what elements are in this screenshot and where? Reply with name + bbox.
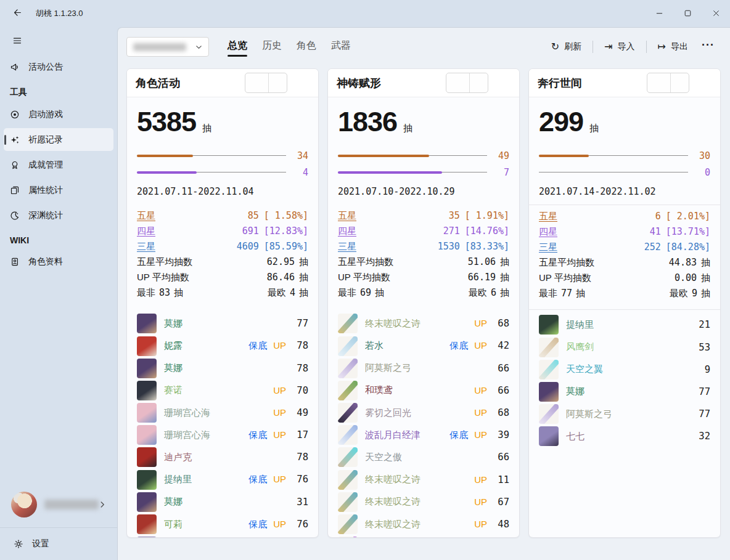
tab-weapon[interactable]: 武器 (331, 36, 351, 58)
more-options-button[interactable]: ··· (695, 38, 721, 57)
tab-active-underline (228, 55, 247, 57)
weapon-art (338, 314, 358, 333)
uid-selector-dropdown[interactable] (126, 37, 209, 57)
item-badges: 9 (694, 364, 710, 375)
gacha-item-row: 终末嗟叹之诗UP68 (338, 312, 509, 335)
total-pulls: 1836 (338, 107, 397, 136)
weapon-art (338, 537, 358, 538)
item-badges: 保底UP78 (248, 340, 308, 352)
pull-count: 66 (493, 385, 509, 396)
sidebar-nav: 活动公告工具启动游戏祈愿记录成就管理属性统计深渊统计WIKI角色资料 (0, 54, 117, 274)
four-star-label[interactable]: 四星 (338, 225, 356, 237)
maximize-button[interactable] (673, 0, 702, 27)
weapon-art (338, 470, 358, 490)
export-button[interactable]: ↦导出 (650, 38, 695, 56)
hamburger-icon (12, 36, 22, 47)
import-button[interactable]: ⇥导入 (597, 38, 642, 56)
item-name: 莫娜 (164, 362, 285, 374)
five-star-percent: [ 1.91%] (465, 210, 509, 221)
tab-overview[interactable]: 总览 (228, 36, 247, 58)
collapse-card-button[interactable] (296, 75, 313, 92)
list-mode-dropdown[interactable] (269, 73, 287, 92)
item-badges: 77 (694, 386, 710, 397)
list-view-button[interactable] (446, 73, 470, 92)
up-badge: UP (273, 429, 286, 440)
best-pull: 最欧9抽 (670, 288, 710, 299)
back-button[interactable] (7, 4, 27, 23)
stat-values: 691[12.83%] (242, 225, 308, 237)
item-badges: 66 (493, 363, 509, 374)
up-badge: UP (273, 340, 286, 351)
gacha-item-row: 波乱月白经津保底UP39 (338, 424, 509, 446)
five-star-label[interactable]: 五星 (338, 210, 356, 222)
sidebar-item-attribute-stats[interactable]: 属性统计 (4, 179, 113, 201)
item-badges: 保底UP76 (248, 474, 308, 485)
sidebar: 活动公告工具启动游戏祈愿记录成就管理属性统计深渊统计WIKI角色资料 设置 (0, 27, 117, 560)
list-mode-dropdown[interactable] (470, 73, 488, 92)
character-thumbnail (137, 425, 157, 445)
list-mode-dropdown[interactable] (671, 73, 689, 92)
worst-pull: 最非69抽 (338, 287, 384, 299)
pulls-unit: 抽 (589, 123, 599, 134)
up-badge: UP (474, 497, 487, 507)
five-star-label[interactable]: 五星 (137, 210, 155, 222)
list-view-button[interactable] (245, 73, 269, 92)
five-star-label[interactable]: 五星 (539, 211, 557, 222)
four-star-label[interactable]: 四星 (137, 225, 155, 237)
pull-count: 17 (292, 429, 308, 440)
sidebar-item-wish-records[interactable]: 祈愿记录 (4, 128, 113, 151)
pull-count: 42 (493, 340, 509, 351)
sidebar-item-abyss-stats[interactable]: 深渊统计 (4, 204, 113, 227)
user-avatar (11, 492, 37, 517)
item-name: 莫娜 (566, 386, 687, 397)
pulls-unit: 抽 (701, 288, 710, 299)
weapon-thumbnail (338, 336, 358, 356)
gacha-item-row: 终末嗟叹之诗UP48 (338, 513, 509, 535)
minimize-icon (656, 9, 663, 18)
weapon-art (338, 447, 358, 467)
stat-values: 35[ 1.91%] (449, 210, 509, 221)
pulls-unit: 抽 (403, 123, 412, 134)
tab-character[interactable]: 角色 (297, 36, 316, 58)
item-name: 雾切之回光 (365, 407, 467, 419)
character-thumbnail (137, 336, 157, 356)
sidebar-item-label: 成就管理 (28, 160, 63, 171)
collapse-card-button[interactable] (698, 75, 715, 92)
three-star-label[interactable]: 三星 (338, 241, 356, 253)
minimize-button[interactable] (645, 0, 673, 27)
tab-history[interactable]: 历史 (262, 36, 282, 58)
four-star-label[interactable]: 四星 (539, 226, 557, 238)
sidebar-section-tools-header: 工具 (0, 79, 117, 102)
item-name: 迪卢克 (164, 452, 285, 463)
gacha-item-row: 阿莫斯之弓66 (338, 357, 509, 379)
worst-label: 最非 (137, 287, 155, 298)
pull-count: 9 (694, 364, 710, 375)
three-star-label[interactable]: 三星 (137, 241, 155, 253)
five-star-stat-row: 五星85[ 1.58%] (137, 210, 308, 225)
user-account-row[interactable] (9, 489, 111, 520)
list-view-button[interactable] (647, 73, 671, 92)
guarantee-badge: 保底 (248, 340, 267, 352)
refresh-button[interactable]: ↻刷新 (544, 38, 589, 56)
pull-count: 11 (493, 474, 509, 485)
gacha-item-row: 迪卢克78 (137, 446, 308, 468)
character-thumbnail (137, 381, 157, 400)
sidebar-item-settings[interactable]: 设置 (4, 529, 113, 559)
three-star-label[interactable]: 三星 (539, 241, 557, 253)
up-badge: UP (474, 385, 487, 396)
stats-section: 五星35[ 1.91%]四星271[14.76%]三星1530[83.33%]五… (328, 205, 519, 309)
gacha-item-row: 终末嗟叹之诗UP67 (338, 491, 509, 513)
close-button[interactable] (702, 0, 730, 27)
sidebar-item-launch-game[interactable]: 启动游戏 (4, 103, 113, 126)
date-range: 2021.07.14-2022.11.02 (539, 186, 710, 197)
pulls-unit: 抽 (500, 287, 509, 299)
sidebar-item-character-wiki[interactable]: 角色资料 (4, 250, 113, 273)
collapse-card-button[interactable] (497, 75, 514, 92)
gacha-item-row: 神乐之真意UP67 (338, 535, 509, 538)
up-badge: UP (273, 407, 286, 418)
nav-toggle-button[interactable] (6, 31, 28, 52)
refresh-icon: ↻ (551, 42, 559, 52)
sidebar-item-achievements[interactable]: 成就管理 (4, 153, 113, 176)
four-star-count: 691 (242, 225, 259, 237)
sidebar-item-events[interactable]: 活动公告 (4, 55, 113, 78)
